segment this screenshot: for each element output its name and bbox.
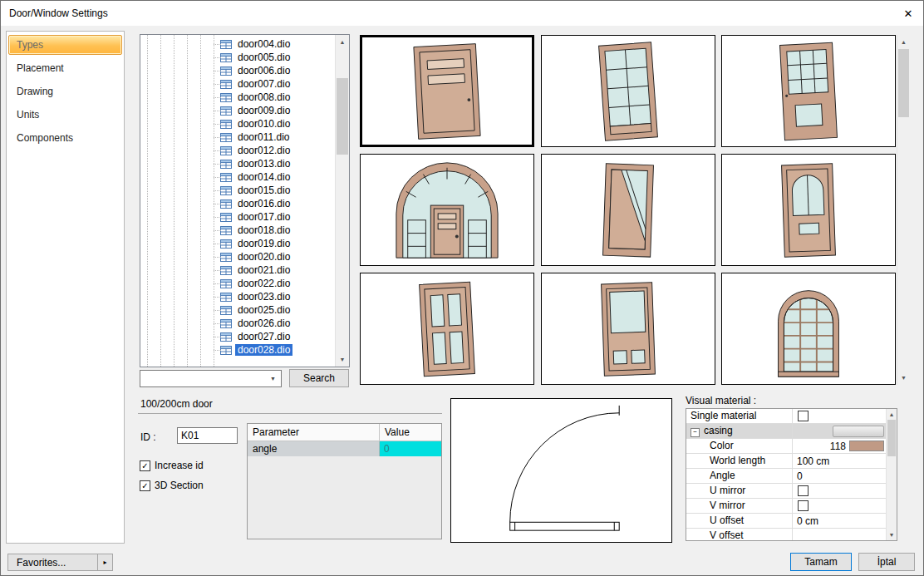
- tree-item-door014.dio[interactable]: door014.dio: [140, 170, 335, 184]
- material-row-value[interactable]: [793, 409, 886, 423]
- tree-item-door013.dio[interactable]: door013.dio: [140, 157, 335, 170]
- material-row-casing[interactable]: −casing: [686, 424, 886, 439]
- id-field[interactable]: [177, 427, 238, 444]
- checkbox-box[interactable]: [798, 411, 808, 421]
- checkbox-3d-section[interactable]: ✓3D Section: [140, 480, 204, 491]
- scroll-down-icon[interactable]: ▼: [336, 352, 349, 367]
- tree-item-door020.dio[interactable]: door020.dio: [140, 250, 335, 263]
- material-row-value[interactable]: 100 cm: [793, 454, 886, 468]
- door-thumbnail-3[interactable]: [721, 35, 896, 147]
- close-icon[interactable]: ✕: [893, 1, 923, 26]
- door-thumbnail-8[interactable]: [541, 273, 715, 385]
- door-thumbnail-9[interactable]: [721, 273, 896, 385]
- tree-item-door028.dio[interactable]: door028.dio: [140, 343, 335, 357]
- door-thumbnail-7[interactable]: [360, 273, 534, 385]
- checkbox-box[interactable]: ✓: [140, 460, 150, 471]
- filter-combobox[interactable]: ▼: [140, 370, 282, 387]
- parameter-row-angle[interactable]: angle0: [248, 441, 441, 456]
- material-row-value[interactable]: 118: [793, 439, 886, 453]
- tree-item-door004.dio[interactable]: door004.dio: [140, 37, 335, 51]
- tree-item-door006.dio[interactable]: door006.dio: [140, 64, 335, 77]
- tree-item-door008.dio[interactable]: door008.dio: [140, 91, 335, 104]
- door-thumbnail-4[interactable]: [360, 154, 534, 266]
- tree-item-door022.dio[interactable]: door022.dio: [140, 277, 335, 290]
- tree-item-door019.dio[interactable]: door019.dio: [140, 237, 335, 250]
- sidebar-item-types[interactable]: Types: [8, 35, 122, 55]
- material-row-v-offset[interactable]: V offset: [686, 529, 886, 540]
- sidebar-item-placement[interactable]: Placement: [8, 58, 122, 78]
- tree-item-door027.dio[interactable]: door027.dio: [140, 330, 335, 343]
- material-row-label: U offset: [686, 514, 793, 528]
- door-file-icon: [220, 173, 232, 182]
- cancel-button[interactable]: İptal: [858, 553, 915, 571]
- checkbox-box[interactable]: [798, 500, 808, 511]
- material-row-value[interactable]: 0: [793, 469, 886, 483]
- tree-item-door017.dio[interactable]: door017.dio: [140, 210, 335, 224]
- material-row-single-material[interactable]: Single material: [686, 409, 886, 424]
- thumbnail-scrollbar[interactable]: ▲ ▼: [897, 35, 910, 385]
- tree-item-door011.dio[interactable]: door011.dio: [140, 130, 335, 144]
- parameter-value[interactable]: 0: [380, 441, 441, 456]
- collapse-icon[interactable]: −: [691, 428, 700, 437]
- checkbox-box[interactable]: ✓: [140, 480, 150, 491]
- tree-branch-line: [214, 297, 221, 298]
- door-thumbnail-1[interactable]: [360, 35, 534, 147]
- tree-branch-line: [214, 150, 221, 151]
- tree-item-label: door005.dio: [235, 52, 292, 63]
- material-row-u-mirror[interactable]: U mirror: [686, 484, 886, 499]
- sidebar-item-components[interactable]: Components: [8, 128, 122, 148]
- material-row-world-length[interactable]: World length100 cm: [686, 454, 886, 469]
- tree-item-door025.dio[interactable]: door025.dio: [140, 303, 335, 317]
- material-row-v-mirror[interactable]: V mirror: [686, 499, 886, 514]
- tree-item-door015.dio[interactable]: door015.dio: [140, 184, 335, 197]
- material-row-label: U mirror: [686, 484, 793, 498]
- material-row-value[interactable]: [793, 529, 886, 540]
- favorites-arrow-icon[interactable]: ▸: [97, 554, 112, 570]
- favorites-button[interactable]: Favorites... ▸: [7, 554, 113, 571]
- search-button[interactable]: Search: [289, 369, 349, 387]
- scrollbar-thumb[interactable]: [898, 49, 909, 117]
- door-thumbnail-2[interactable]: [541, 35, 715, 147]
- material-row-value[interactable]: [793, 499, 886, 513]
- material-row-u-offset[interactable]: U offset0 cm: [686, 514, 886, 529]
- tree-item-door023.dio[interactable]: door023.dio: [140, 290, 335, 303]
- door-thumbnail-6[interactable]: [721, 154, 896, 266]
- tree-item-door018.dio[interactable]: door018.dio: [140, 224, 335, 237]
- material-preview-swatch[interactable]: [833, 426, 884, 437]
- material-row-angle[interactable]: Angle0: [686, 469, 886, 484]
- sidebar-item-units[interactable]: Units: [8, 105, 122, 125]
- scrollbar-thumb[interactable]: [337, 78, 348, 155]
- material-row-color[interactable]: Color118: [686, 439, 886, 454]
- ok-button[interactable]: Tamam: [790, 553, 852, 571]
- scroll-down-icon[interactable]: ▼: [897, 371, 910, 385]
- material-row-value[interactable]: 0 cm: [793, 514, 886, 528]
- color-swatch[interactable]: [849, 441, 884, 451]
- tree-item-door016.dio[interactable]: door016.dio: [140, 197, 335, 210]
- tree-item-door007.dio[interactable]: door007.dio: [140, 77, 335, 91]
- scroll-up-icon[interactable]: ▲: [897, 35, 910, 49]
- scrollbar-thumb[interactable]: [887, 420, 896, 456]
- tree-scrollbar[interactable]: ▲ ▼: [335, 35, 349, 367]
- tree-item-door005.dio[interactable]: door005.dio: [140, 51, 335, 64]
- scroll-up-icon[interactable]: ▲: [887, 409, 897, 420]
- scroll-up-icon[interactable]: ▲: [336, 35, 349, 49]
- tree-item-door010.dio[interactable]: door010.dio: [140, 117, 335, 130]
- sidebar-item-drawing[interactable]: Drawing: [8, 81, 122, 101]
- scroll-down-icon[interactable]: ▼: [887, 529, 897, 540]
- value-column-header: Value: [380, 424, 441, 441]
- tree-item-door026.dio[interactable]: door026.dio: [140, 317, 335, 330]
- material-scrollbar[interactable]: ▲ ▼: [886, 409, 897, 540]
- tree-item-label: door009.dio: [235, 105, 292, 116]
- tree-branch-line: [214, 323, 221, 324]
- tree-item-door012.dio[interactable]: door012.dio: [140, 144, 335, 157]
- tree-branch-line: [214, 97, 221, 98]
- dropdown-arrow-icon[interactable]: ▼: [266, 372, 280, 386]
- tree-item-door009.dio[interactable]: door009.dio: [140, 104, 335, 117]
- door-thumbnail-5[interactable]: [541, 154, 715, 266]
- checkbox-increase-id[interactable]: ✓Increase id: [140, 460, 204, 471]
- material-row-value[interactable]: [793, 484, 886, 498]
- material-row-value[interactable]: [793, 424, 886, 438]
- tree-item-door021.dio[interactable]: door021.dio: [140, 263, 335, 277]
- door-file-icon: [220, 266, 232, 275]
- checkbox-box[interactable]: [798, 485, 808, 496]
